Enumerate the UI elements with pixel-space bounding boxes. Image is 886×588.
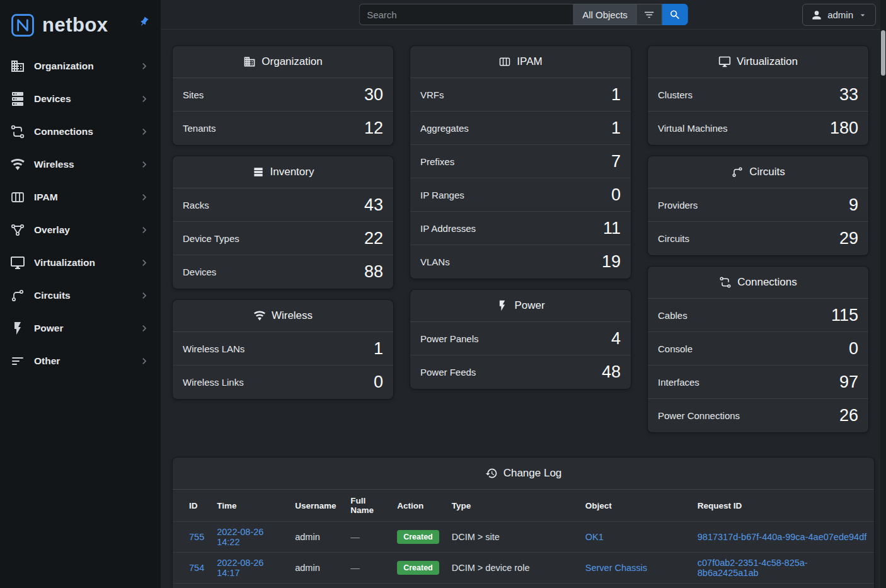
stat-interfaces-count[interactable]: 97 <box>839 374 858 391</box>
stat-device-types-link[interactable]: Device Types <box>183 233 239 244</box>
sidebar-item-power[interactable]: Power <box>0 312 161 345</box>
changelog-card-header: Change Log <box>173 458 874 490</box>
stat-row: Racks 43 <box>173 188 393 222</box>
changelog-time-link[interactable]: 2022-08-26 14:22 <box>217 527 263 547</box>
page-scrollbar[interactable] <box>880 0 886 588</box>
stat-wireless-lans-count[interactable]: 1 <box>374 340 383 357</box>
chevron-right-icon <box>138 322 151 335</box>
changelog-request-id-link[interactable]: 9817317d-b67f-440a-99ca-4ae07ede94df <box>698 532 866 542</box>
card-title: Wireless <box>272 309 313 322</box>
cable-icon <box>719 276 732 289</box>
dashboard-column-3: Virtualization Clusters 33 Virtual Machi… <box>647 45 869 433</box>
stat-wireless-lans-link[interactable]: Wireless LANs <box>183 343 245 354</box>
card-title: Power <box>514 299 544 312</box>
building-icon <box>10 59 25 74</box>
changelog-id-link[interactable]: 755 <box>189 532 204 542</box>
stat-power-feeds-count[interactable]: 48 <box>602 364 621 381</box>
stat-circuits-count[interactable]: 29 <box>839 230 858 247</box>
inventory-card: Inventory Racks 43 Device Types 22 Devic… <box>172 156 394 289</box>
stat-sites-count[interactable]: 30 <box>364 86 383 103</box>
stat-circuits-link[interactable]: Circuits <box>658 233 689 244</box>
wifi-icon <box>10 157 25 172</box>
sidebar-item-overlay[interactable]: Overlay <box>0 214 161 246</box>
stat-power-feeds-link[interactable]: Power Feeds <box>420 367 476 378</box>
stat-racks-count[interactable]: 43 <box>364 197 383 214</box>
object-type-selector-button[interactable]: All Objects <box>573 4 637 25</box>
stat-power-panels-count[interactable]: 4 <box>611 330 621 347</box>
user-menu-button[interactable]: admin <box>802 4 876 26</box>
stat-wireless-links-link[interactable]: Wireless Links <box>183 377 244 388</box>
stat-virtual-machines-link[interactable]: Virtual Machines <box>658 123 728 134</box>
stat-prefixes-count[interactable]: 7 <box>611 153 621 170</box>
scrollbar-thumb[interactable] <box>881 30 885 76</box>
sidebar-item-organization[interactable]: Organization <box>0 50 161 83</box>
pin-sidebar-icon[interactable] <box>137 14 152 30</box>
stat-providers-link[interactable]: Providers <box>658 200 698 210</box>
stat-row: Interfaces 97 <box>648 366 868 399</box>
sidebar-item-virtualization[interactable]: Virtualization <box>0 246 161 279</box>
search-input[interactable] <box>359 4 573 25</box>
card-title: Organization <box>262 55 322 68</box>
sidebar-item-circuits[interactable]: Circuits <box>0 279 161 312</box>
stat-ip-addresses-link[interactable]: IP Addresses <box>420 223 476 234</box>
stat-power-panels-link[interactable]: Power Panels <box>420 333 479 344</box>
organization-card: Organization Sites 30 Tenants 12 <box>172 45 394 146</box>
stat-prefixes-link[interactable]: Prefixes <box>420 156 454 167</box>
stat-providers-count[interactable]: 9 <box>849 197 858 214</box>
changelog-object-link[interactable]: Server Chassis <box>585 563 647 573</box>
search-button[interactable] <box>662 4 688 25</box>
search-group: All Objects <box>359 4 688 25</box>
filter-button[interactable] <box>637 4 662 25</box>
stat-devices-link[interactable]: Devices <box>183 267 216 277</box>
sidebar-item-connections[interactable]: Connections <box>0 115 161 148</box>
stat-device-types-count[interactable]: 22 <box>364 230 383 247</box>
netbox-logo[interactable]: netbox <box>9 11 108 39</box>
stat-tenants-count[interactable]: 12 <box>364 120 383 137</box>
connections-card-header: Connections <box>648 267 868 299</box>
stat-ip-addresses-count[interactable]: 11 <box>603 220 621 237</box>
stat-virtual-machines-count[interactable]: 180 <box>830 120 858 137</box>
stat-ip-ranges-count[interactable]: 0 <box>611 187 621 204</box>
sidebar-item-ipam[interactable]: IPAM <box>0 181 161 214</box>
sidebar-item-devices[interactable]: Devices <box>0 83 161 115</box>
stat-console-count[interactable]: 0 <box>849 340 858 357</box>
stat-row: Sites 30 <box>173 78 393 112</box>
wireless-card-header: Wireless <box>173 300 393 332</box>
stat-vlans-count[interactable]: 19 <box>602 253 621 270</box>
caret-down-icon <box>858 10 868 20</box>
stat-ip-ranges-link[interactable]: IP Ranges <box>420 190 464 200</box>
stat-aggregates-count[interactable]: 1 <box>611 120 621 137</box>
stat-cables-link[interactable]: Cables <box>658 310 688 321</box>
stat-sites-link[interactable]: Sites <box>183 89 204 100</box>
stat-clusters-link[interactable]: Clusters <box>658 89 693 100</box>
changelog-time-link[interactable]: 2022-08-26 14:17 <box>217 558 263 578</box>
stat-vrfs-count[interactable]: 1 <box>611 86 621 103</box>
sidebar-item-label: Organization <box>34 61 129 72</box>
server-icon <box>10 91 25 107</box>
stat-row: Devices 88 <box>173 255 393 289</box>
stat-row: Power Connections 26 <box>648 399 868 432</box>
sidebar-item-wireless[interactable]: Wireless <box>0 148 161 181</box>
stat-racks-link[interactable]: Racks <box>183 200 209 210</box>
stat-tenants-link[interactable]: Tenants <box>183 123 216 134</box>
stat-power-connections-count[interactable]: 26 <box>839 407 858 424</box>
chevron-right-icon <box>138 257 151 269</box>
stat-console-link[interactable]: Console <box>658 343 693 354</box>
ipam-card-header: IPAM <box>410 46 631 78</box>
stat-wireless-links-count[interactable]: 0 <box>374 374 383 391</box>
stat-cables-count[interactable]: 115 <box>831 307 858 324</box>
stat-devices-count[interactable]: 88 <box>364 263 383 280</box>
stat-power-connections-link[interactable]: Power Connections <box>658 410 740 421</box>
changelog-id-link[interactable]: 754 <box>189 563 204 573</box>
changelog-object-link[interactable]: OK1 <box>585 532 604 542</box>
stat-row: Wireless Links 0 <box>173 366 393 399</box>
column-header-type: Type <box>446 490 579 522</box>
stat-interfaces-link[interactable]: Interfaces <box>658 377 699 388</box>
sidebar-item-other[interactable]: Other <box>0 345 161 378</box>
stat-vrfs-link[interactable]: VRFs <box>420 89 444 100</box>
stat-vlans-link[interactable]: VLANs <box>420 257 450 267</box>
changelog-request-id-link[interactable]: c07f0ab2-2351-4c58-825a-8b6a2425a1ab <box>698 558 808 578</box>
stat-aggregates-link[interactable]: Aggregates <box>420 123 469 134</box>
stat-clusters-count[interactable]: 33 <box>839 86 858 103</box>
stat-row: Aggregates 1 <box>410 112 631 145</box>
